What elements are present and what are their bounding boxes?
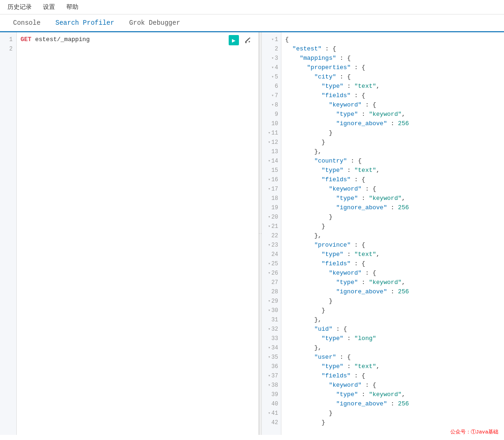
- output-line-15: "type" : "text",: [285, 166, 500, 175]
- fold-icon-12[interactable]: ▾: [268, 138, 270, 147]
- output-line-4: "properties" : {: [285, 63, 500, 72]
- fold-icon-8[interactable]: ▾: [271, 100, 273, 110]
- fold-icon-25[interactable]: ▾: [268, 259, 270, 269]
- tab-grok-debugger[interactable]: Grok Debugger: [122, 14, 188, 32]
- output-line-29: }: [285, 297, 500, 306]
- output-line-41: }: [285, 409, 500, 418]
- output-line-5: "city" : {: [285, 72, 500, 82]
- output-line-33: "type" : "long": [285, 334, 500, 343]
- settings-button[interactable]: [243, 35, 253, 45]
- output-line-22: },: [285, 231, 500, 241]
- output-line-39: "type" : "keyword",: [285, 390, 500, 399]
- output-line-2: "estest" : {: [285, 44, 500, 54]
- fold-icon-37[interactable]: ▾: [268, 371, 270, 381]
- fold-icon-29[interactable]: ▾: [268, 297, 270, 306]
- fold-icon-3[interactable]: ▾: [271, 54, 273, 63]
- fold-icon-23[interactable]: ▾: [268, 241, 270, 250]
- output-line-19: "ignore_above" : 256: [285, 203, 500, 213]
- output-line-38: "keyword" : {: [285, 381, 500, 390]
- editor-line-1: GET estest/_mapping: [21, 35, 255, 44]
- output-line-12: }: [285, 138, 500, 147]
- output-panel: ▾1 2 ▾3 ▾4 ▾5 6 ▾7 ▾8 9 10 ▾11 ▾12 13 ▾1…: [262, 32, 504, 435]
- fold-icon-21[interactable]: ▾: [268, 222, 270, 231]
- output-line-37: "fields" : {: [285, 371, 500, 381]
- editor-toolbar: [229, 35, 253, 45]
- output-line-21: }: [285, 222, 500, 231]
- output-line-31: },: [285, 315, 500, 325]
- output-area: ▾1 2 ▾3 ▾4 ▾5 6 ▾7 ▾8 9 10 ▾11 ▾12 13 ▾1…: [262, 32, 504, 435]
- editor-code-content[interactable]: GET estest/_mapping: [17, 32, 259, 435]
- output-line-34: },: [285, 343, 500, 353]
- fold-icon-34[interactable]: ▾: [268, 343, 270, 353]
- output-line-36: "type" : "text",: [285, 362, 500, 371]
- output-line-16: "fields" : {: [285, 175, 500, 185]
- output-line-7: "fields" : {: [285, 91, 500, 100]
- output-line-18: "type" : "keyword",: [285, 194, 500, 203]
- output-line-32: "uid" : {: [285, 325, 500, 334]
- output-line-11: }: [285, 128, 500, 138]
- output-line-27: "type" : "keyword",: [285, 278, 500, 287]
- main-content: 1 2 GET estest/_mapping: [0, 32, 504, 435]
- code-path: estest/_mapping: [31, 35, 90, 44]
- menu-settings[interactable]: 设置: [41, 2, 57, 12]
- editor-line-2: [21, 44, 255, 54]
- output-line-9: "type" : "keyword",: [285, 110, 500, 119]
- svg-point-0: [245, 42, 247, 43]
- fold-icon-26[interactable]: ▾: [268, 269, 270, 278]
- fold-icon-30[interactable]: ▾: [268, 306, 270, 315]
- fold-icon-41[interactable]: ▾: [268, 409, 270, 418]
- menu-history[interactable]: 历史记录: [6, 2, 34, 12]
- output-line-20: }: [285, 213, 500, 222]
- output-line-3: "mappings" : {: [285, 54, 500, 63]
- tab-search-profiler[interactable]: Search Profiler: [48, 14, 122, 32]
- fold-icon-17[interactable]: ▾: [268, 185, 270, 194]
- tab-console[interactable]: Console: [6, 14, 48, 32]
- wrench-icon: [244, 36, 252, 44]
- output-line-13: },: [285, 147, 500, 156]
- fold-icon-5[interactable]: ▾: [271, 72, 273, 82]
- output-line-10: "ignore_above" : 256: [285, 119, 500, 128]
- fold-icon-11[interactable]: ▾: [268, 128, 270, 138]
- output-line-8: "keyword" : {: [285, 100, 500, 110]
- menu-help[interactable]: 帮助: [64, 2, 80, 12]
- fold-icon-7[interactable]: ▾: [271, 91, 273, 100]
- editor-line-numbers: 1 2: [0, 32, 17, 435]
- http-method: GET: [21, 35, 31, 44]
- watermark: 公众号：①Java基础: [448, 427, 500, 435]
- output-line-30: }: [285, 306, 500, 315]
- fold-icon-38[interactable]: ▾: [268, 381, 270, 390]
- fold-icon-20[interactable]: ▾: [268, 213, 270, 222]
- output-line-28: "ignore_above" : 256: [285, 287, 500, 297]
- fold-icon-1[interactable]: ▾: [271, 35, 273, 44]
- output-line-35: "user" : {: [285, 353, 500, 362]
- output-line-24: "type" : "text",: [285, 250, 500, 259]
- menu-bar: 历史记录 设置 帮助: [0, 0, 504, 14]
- output-code: { "estest" : { "mappings" : { "propertie…: [281, 32, 504, 435]
- fold-icon-14[interactable]: ▾: [268, 156, 270, 166]
- editor-panel: 1 2 GET estest/_mapping: [0, 32, 259, 435]
- output-line-14: "country" : {: [285, 156, 500, 166]
- output-line-25: "fields" : {: [285, 259, 500, 269]
- output-line-40: "ignore_above" : 256: [285, 399, 500, 409]
- fold-icon-16[interactable]: ▾: [268, 175, 270, 185]
- output-line-6: "type" : "text",: [285, 82, 500, 91]
- fold-icon-4[interactable]: ▾: [271, 63, 273, 72]
- output-line-26: "keyword" : {: [285, 269, 500, 278]
- editor-area[interactable]: 1 2 GET estest/_mapping: [0, 32, 259, 435]
- run-button[interactable]: [229, 35, 239, 45]
- fold-icon-32[interactable]: ▾: [268, 325, 270, 334]
- output-line-17: "keyword" : {: [285, 185, 500, 194]
- output-line-numbers: ▾1 2 ▾3 ▾4 ▾5 6 ▾7 ▾8 9 10 ▾11 ▾12 13 ▾1…: [262, 32, 281, 435]
- output-line-42: }: [285, 418, 500, 427]
- output-line-23: "province" : {: [285, 241, 500, 250]
- output-line-1: {: [285, 35, 500, 44]
- fold-icon-35[interactable]: ▾: [268, 353, 270, 362]
- tab-bar: Console Search Profiler Grok Debugger: [0, 14, 504, 32]
